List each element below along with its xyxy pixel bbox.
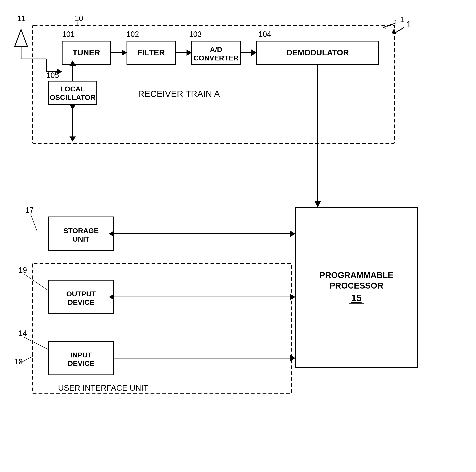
storage-label-1: STORAGE: [63, 227, 99, 235]
ref-102: 102: [126, 30, 139, 38]
main-ref-1: 1: [406, 19, 411, 29]
ref-17: 17: [25, 206, 34, 214]
svg-line-15: [31, 214, 37, 231]
arrow-osc-tuner: [69, 60, 76, 66]
user-interface-box: [33, 263, 291, 394]
ref-18: 18: [14, 357, 23, 366]
filter-label: FILTER: [137, 48, 165, 57]
storage-label-2: UNIT: [73, 235, 89, 243]
arrow-processor-to-storage: [109, 231, 114, 237]
tuner-label: TUNER: [73, 48, 100, 57]
processor-label-2: PROCESSOR: [329, 281, 383, 290]
input-label-1: INPUT: [70, 351, 92, 359]
ref-10: 10: [75, 14, 83, 23]
input-label-2: DEVICE: [68, 359, 95, 367]
user-interface-label: USER INTERFACE UNIT: [58, 384, 148, 392]
arrow-ad-demod: [251, 50, 257, 56]
local-osc-label-2: OSCILLATOR: [50, 93, 96, 101]
svg-line-0: [383, 24, 391, 27]
processor-label-1: PROGRAMMABLE: [319, 270, 393, 280]
arrow-output-to-processor: [290, 294, 295, 300]
receiver-train-label: RECEIVER TRAIN A: [138, 89, 220, 99]
output-label-1: OUTPUT: [66, 290, 96, 298]
ref-num-1: 1: [400, 15, 404, 24]
svg-line-20: [24, 337, 49, 350]
receiver-train-box: [33, 25, 395, 143]
ref-11: 11: [17, 14, 26, 23]
arrow-bottom-osc: [69, 137, 76, 141]
ref-103: 103: [189, 30, 202, 38]
arrow-processor-to-output: [109, 294, 114, 300]
diagram: 1 1 10 11 101 TUNER 102 FILTER: [0, 0, 476, 472]
antenna-symbol: [15, 30, 27, 46]
ref-104: 104: [258, 30, 271, 38]
svg-line-1: [383, 27, 386, 28]
arrow-storage-to-processor: [290, 231, 295, 237]
processor-ref-num: 15: [351, 293, 362, 303]
local-osc-label-1: LOCAL: [60, 85, 85, 93]
ref-14: 14: [18, 329, 27, 338]
ad-label-1: A/D: [210, 46, 222, 53]
arrow-input-to-processor: [290, 355, 295, 361]
svg-line-18: [24, 274, 49, 291]
demodulator-label: DEMODULATOR: [287, 48, 349, 57]
ref-101: 101: [62, 30, 75, 38]
ad-label-2: CONVERTER: [193, 54, 238, 62]
main-ref-arrow: [391, 28, 396, 34]
arrow-demod-processor: [315, 201, 321, 208]
arrow-tuner-filter: [122, 50, 127, 56]
output-label-2: DEVICE: [68, 298, 95, 306]
arrow-filter-ad: [187, 50, 192, 56]
ref-19: 19: [18, 266, 27, 274]
ref-105: 105: [46, 71, 59, 80]
